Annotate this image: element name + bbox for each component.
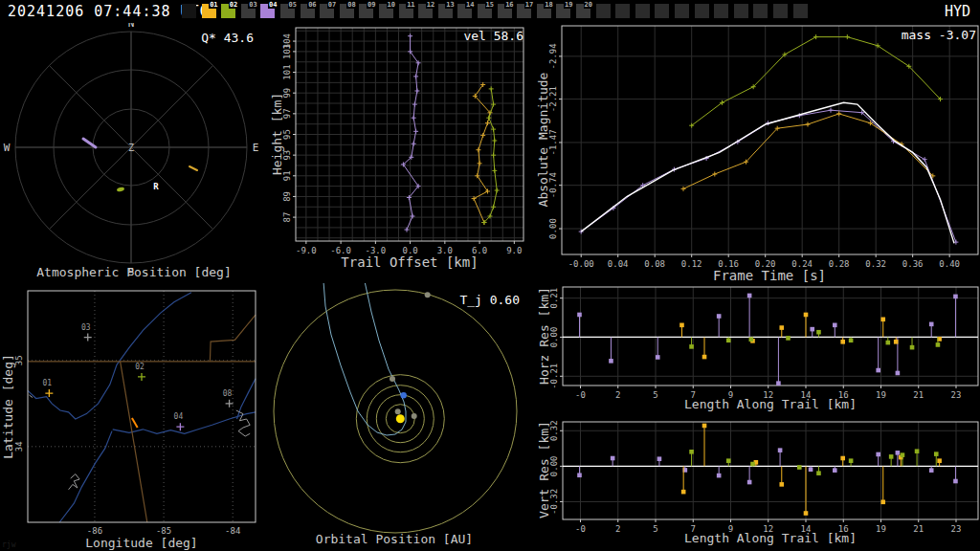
- station-square-19[interactable]: 19: [556, 4, 570, 18]
- height-profile-plot: -9.0-6.0-3.00.03.06.09.08789919395979910…: [268, 23, 536, 283]
- svg-text:-0.21: -0.21: [549, 364, 559, 389]
- station-square-blank-27[interactable]: [714, 4, 728, 18]
- station-square-label: 08: [346, 1, 356, 9]
- station-square-16[interactable]: 16: [498, 4, 512, 18]
- svg-text:0.00: 0.00: [548, 218, 558, 239]
- svg-text:5: 5: [653, 390, 657, 400]
- map-station-02: 02: [135, 363, 145, 381]
- station-square-blank-24[interactable]: [655, 4, 669, 18]
- stem-series-station-04: [577, 294, 958, 386]
- planet-dots: [390, 292, 431, 419]
- station-square-blank-0[interactable]: [182, 4, 196, 18]
- height-profile-panel: -9.0-6.0-3.00.03.06.09.08789919395979910…: [268, 23, 536, 283]
- svg-text:104: 104: [282, 33, 292, 49]
- station-square-20[interactable]: 20: [576, 4, 590, 18]
- station-square-10[interactable]: 10: [379, 4, 393, 18]
- station-square-12[interactable]: 12: [418, 4, 433, 18]
- station-square-blank-21[interactable]: [596, 4, 611, 18]
- tick-marks: [560, 430, 956, 522]
- station-square-label: 04: [268, 1, 278, 9]
- station-square-label: 18: [544, 1, 553, 9]
- light-curve-ylabel: Absolute Magnitude: [536, 73, 550, 208]
- station-square-15[interactable]: 15: [478, 4, 492, 18]
- svg-text:-2.94: -2.94: [548, 43, 558, 69]
- station-square-label: 03: [248, 1, 257, 9]
- svg-text:95: 95: [282, 129, 292, 140]
- svg-text:21: 21: [913, 524, 924, 534]
- station-square-18[interactable]: 18: [537, 4, 551, 18]
- svg-text:23: 23: [951, 390, 962, 400]
- station-square-blank-31[interactable]: [793, 4, 808, 18]
- vert-res-xlabel: Length Along Trail [km]: [684, 531, 857, 545]
- gridlines: [296, 28, 523, 241]
- svg-text:-85: -85: [156, 526, 171, 536]
- station-square-17[interactable]: 17: [517, 4, 531, 18]
- station-square-label: 06: [307, 1, 317, 9]
- top-status-bar: 20241206 07:44:38 UTC 010203040506070809…: [0, 0, 980, 23]
- station-square-blank-25[interactable]: [675, 4, 689, 18]
- svg-text:0.32: 0.32: [549, 420, 559, 441]
- svg-text:-0.00: -0.00: [568, 259, 594, 269]
- horz-res-ylabel: Horz Res [km]: [537, 287, 551, 385]
- svg-text:0.21: 0.21: [549, 288, 559, 309]
- svg-text:02: 02: [135, 363, 145, 371]
- station-square-08[interactable]: 08: [340, 4, 354, 18]
- station-square-label: 20: [584, 1, 593, 9]
- station-square-blank-30[interactable]: [773, 4, 788, 18]
- svg-text:34: 34: [14, 441, 24, 452]
- station-square-07[interactable]: 07: [320, 4, 334, 18]
- station-square-13[interactable]: 13: [438, 4, 453, 18]
- station-square-06[interactable]: 06: [301, 4, 315, 18]
- svg-text:-2.21: -2.21: [548, 86, 558, 112]
- station-square-label: 11: [406, 1, 415, 9]
- svg-text:-0.74: -0.74: [548, 172, 558, 198]
- map-station-08: 08: [223, 389, 234, 408]
- svg-text:19: 19: [876, 390, 886, 400]
- station-square-label: 17: [524, 1, 534, 9]
- station-square-label: 19: [564, 1, 573, 9]
- atmospheric-position-panel: NSWEZR Q* 43.6 Atmospheric Position [deg…: [0, 23, 268, 283]
- series-station-04: [579, 108, 959, 245]
- station-square-11[interactable]: 11: [399, 4, 413, 18]
- tisserand-label: T_j 0.60: [459, 293, 520, 307]
- station-square-09[interactable]: 09: [359, 4, 373, 18]
- svg-text:101: 101: [282, 64, 292, 79]
- svg-text:89: 89: [282, 191, 292, 202]
- svg-text:-0: -0: [575, 524, 586, 534]
- svg-text:0.00: 0.00: [549, 456, 559, 477]
- svg-text:-9.0: -9.0: [296, 246, 317, 255]
- gridlines: [563, 287, 978, 386]
- svg-text:5: 5: [653, 524, 657, 534]
- station-square-14[interactable]: 14: [457, 4, 472, 18]
- svg-text:-84: -84: [225, 526, 240, 536]
- station-square-02[interactable]: 02: [221, 4, 235, 18]
- sun-dot: [396, 414, 405, 423]
- station-square-04[interactable]: 04: [260, 4, 275, 18]
- station-square-blank-28[interactable]: [734, 4, 748, 18]
- station-square-05[interactable]: 05: [280, 4, 295, 18]
- station-square-label: 12: [426, 1, 435, 9]
- station-square-blank-23[interactable]: [635, 4, 650, 18]
- svg-text:23: 23: [951, 524, 962, 534]
- station-square-03[interactable]: 03: [241, 4, 256, 18]
- station-code: HYD: [945, 3, 970, 20]
- station-square-label: 10: [387, 1, 396, 9]
- light-curve-plot: -0.000.040.080.120.160.200.240.280.320.3…: [536, 23, 980, 283]
- meteor-orbit: [323, 283, 406, 435]
- svg-text:E: E: [253, 142, 259, 154]
- svg-text:35: 35: [14, 355, 24, 365]
- station-square-label: 02: [229, 1, 238, 9]
- map-station-04: 04: [174, 412, 185, 430]
- orbital-position-panel: T_j 0.60 Orbital Position [AU]: [268, 283, 536, 551]
- station-square-label: 16: [504, 1, 514, 9]
- svg-text:W: W: [4, 142, 11, 154]
- station-square-blank-29[interactable]: [753, 4, 768, 18]
- station-square-blank-26[interactable]: [695, 4, 709, 18]
- svg-text:-1.47: -1.47: [548, 129, 558, 155]
- station-square-01[interactable]: 01: [202, 4, 216, 18]
- series-station-02: [689, 34, 943, 128]
- station-square-blank-22[interactable]: [615, 4, 630, 18]
- svg-text:N: N: [128, 23, 135, 30]
- horizontal-residuals-panel: -025791214161921230.210.00-0.21 Length A…: [536, 283, 980, 417]
- station-square-label: 15: [485, 1, 495, 9]
